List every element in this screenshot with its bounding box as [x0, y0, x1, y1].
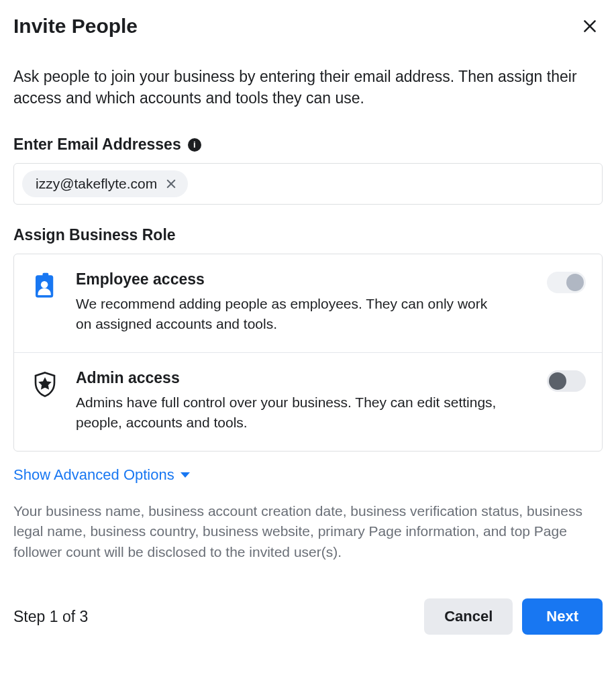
advanced-link-text: Show Advanced Options	[13, 466, 174, 484]
role-row-admin: Admin access Admins have full control ov…	[14, 352, 602, 451]
email-chip-text: izzy@takeflyte.com	[36, 176, 157, 192]
close-icon	[581, 17, 599, 35]
role-description: Admins have full control over your busin…	[76, 392, 505, 432]
badge-icon	[29, 270, 61, 300]
email-chip: izzy@takeflyte.com	[22, 170, 188, 197]
roles-box: Employee access We recommend adding peop…	[13, 254, 603, 452]
svg-rect-5	[43, 273, 49, 278]
info-icon[interactable]: i	[188, 138, 201, 152]
svg-point-6	[41, 281, 48, 288]
role-row-employee: Employee access We recommend adding peop…	[14, 254, 602, 352]
dialog-footer: Step 1 of 3 Cancel Next	[13, 598, 603, 635]
cancel-button[interactable]: Cancel	[424, 598, 513, 635]
next-button[interactable]: Next	[522, 598, 603, 635]
close-icon	[165, 178, 177, 190]
close-button[interactable]	[577, 13, 603, 39]
shield-star-icon	[29, 369, 61, 399]
disclosure-text: Your business name, business account cre…	[13, 501, 603, 562]
role-label-text: Assign Business Role	[13, 226, 176, 244]
show-advanced-options-link[interactable]: Show Advanced Options	[13, 465, 191, 485]
role-section-label: Assign Business Role	[13, 226, 603, 244]
role-title: Admin access	[76, 369, 505, 387]
step-indicator: Step 1 of 3	[13, 608, 88, 626]
employee-access-toggle[interactable]	[547, 272, 586, 293]
email-label-text: Enter Email Addresses	[13, 136, 181, 154]
email-input[interactable]: izzy@takeflyte.com	[13, 163, 603, 205]
role-description: We recommend adding people as employees.…	[76, 294, 505, 333]
remove-email-button[interactable]	[164, 176, 178, 191]
intro-text: Ask people to join your business by ente…	[13, 66, 597, 109]
admin-access-toggle[interactable]	[547, 370, 586, 392]
caret-down-icon	[180, 471, 191, 479]
email-section-label: Enter Email Addresses i	[13, 136, 603, 154]
dialog-title: Invite People	[13, 15, 138, 38]
dialog-header: Invite People	[13, 13, 603, 39]
role-title: Employee access	[76, 270, 505, 288]
